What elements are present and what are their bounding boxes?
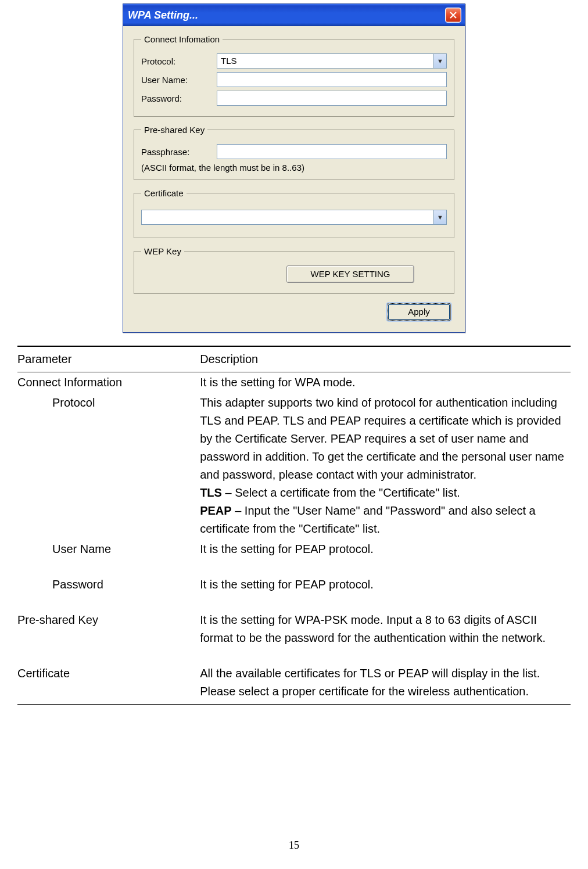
header-parameter: Parameter	[17, 350, 200, 368]
group-certificate: Certificate ▼	[134, 188, 454, 238]
desc-cell: It is the setting for WPA-PSK mode. Inpu…	[200, 611, 571, 647]
username-label: User Name:	[141, 75, 217, 85]
apply-button[interactable]: Apply	[387, 303, 451, 321]
protocol-label: Protocol:	[141, 56, 217, 66]
desc-cell: It is the setting for PEAP protocol.	[200, 576, 571, 594]
table-row: User Name It is the setting for PEAP pro…	[17, 539, 571, 559]
password-field[interactable]	[217, 91, 447, 106]
param-cell: Pre-shared Key	[17, 611, 200, 647]
window-title: WPA Setting...	[128, 9, 198, 21]
param-cell: Password	[17, 576, 200, 594]
param-cell: Protocol	[17, 394, 200, 538]
legend-psk: Pre-shared Key	[141, 125, 207, 135]
passphrase-label: Passphrase:	[141, 147, 217, 157]
header-description: Description	[200, 350, 571, 368]
certificate-combobox[interactable]: ▼	[141, 210, 447, 225]
username-field[interactable]	[217, 72, 447, 87]
protocol-value: TLS	[217, 54, 433, 68]
desc-cell: It is the setting for WPA mode.	[200, 374, 571, 392]
chevron-down-icon[interactable]: ▼	[433, 54, 446, 68]
titlebar[interactable]: WPA Setting...	[123, 4, 465, 26]
table-row: Connect Information It is the setting fo…	[17, 372, 571, 393]
close-icon[interactable]	[445, 8, 461, 23]
legend-connect-info: Connect Infomation	[141, 34, 223, 44]
desc-cell: This adapter supports two kind of protoc…	[200, 394, 571, 538]
wep-key-setting-button[interactable]: WEP KEY SETTING	[286, 265, 414, 283]
certificate-value	[142, 210, 433, 224]
param-cell: Certificate	[17, 665, 200, 701]
param-cell: Connect Information	[17, 374, 200, 392]
passphrase-field[interactable]	[217, 144, 447, 159]
parameter-table: Parameter Description Connect Informatio…	[17, 346, 571, 705]
table-row: Pre-shared Key It is the setting for WPA…	[17, 610, 571, 648]
param-cell: User Name	[17, 540, 200, 558]
desc-cell: All the available certificates for TLS o…	[200, 665, 571, 701]
table-header: Parameter Description	[17, 347, 571, 372]
chevron-down-icon[interactable]: ▼	[433, 210, 446, 224]
passphrase-hint: (ASCII format, the length must be in 8..…	[141, 163, 447, 173]
group-connect-info: Connect Infomation Protocol: TLS ▼ User …	[134, 34, 454, 117]
legend-wep: WEP Key	[141, 246, 184, 256]
protocol-combobox[interactable]: TLS ▼	[217, 53, 447, 69]
group-wep: WEP Key WEP KEY SETTING	[134, 246, 454, 294]
table-row: Protocol This adapter supports two kind …	[17, 393, 571, 539]
table-row: Password It is the setting for PEAP prot…	[17, 574, 571, 595]
table-row: Certificate All the available certificat…	[17, 663, 571, 702]
wpa-setting-dialog: WPA Setting... Connect Infomation Protoc…	[123, 3, 465, 333]
legend-certificate: Certificate	[141, 188, 187, 198]
page-number: 15	[0, 839, 588, 852]
password-label: Password:	[141, 94, 217, 103]
group-psk: Pre-shared Key Passphrase: (ASCII format…	[134, 125, 454, 180]
desc-cell: It is the setting for PEAP protocol.	[200, 540, 571, 558]
